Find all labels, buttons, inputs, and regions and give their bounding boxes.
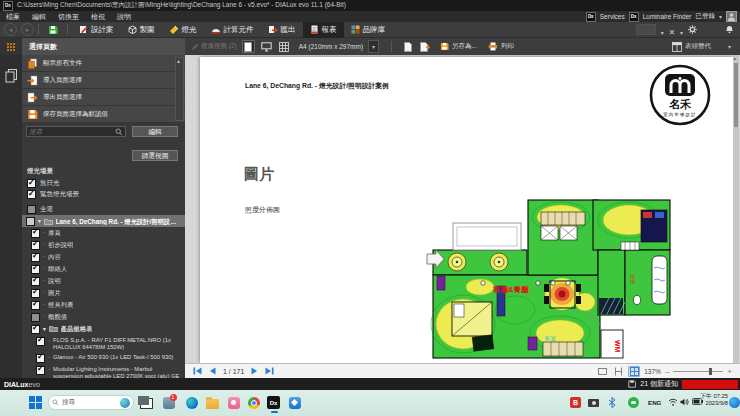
menu-file[interactable]: 檔案 xyxy=(0,12,26,22)
table-view-button[interactable] xyxy=(278,40,291,53)
scene-no-daylight[interactable]: 無日光 xyxy=(22,178,185,189)
export-page-selection-button[interactable]: 導出頁面選擇 xyxy=(22,89,185,106)
services-link[interactable]: Services xyxy=(600,13,625,20)
menu-switch-to[interactable]: 切換至 xyxy=(52,12,85,22)
checkbox-checked[interactable] xyxy=(31,325,40,334)
zoom-in-icon[interactable] xyxy=(727,367,732,376)
notification-center-button[interactable] xyxy=(729,397,740,408)
tree-item-product[interactable]: ·Glamox - Air 500 930 (1x LED Task-I 500… xyxy=(22,352,185,364)
fit-height-button[interactable] xyxy=(612,366,624,377)
tree-item[interactable]: ·扉頁 xyxy=(22,227,185,239)
tab-construction[interactable]: 製圖 xyxy=(121,22,162,38)
tab-documentation[interactable]: 報表 xyxy=(303,22,344,38)
report-pages-icon[interactable] xyxy=(5,69,18,83)
checkbox-checked[interactable] xyxy=(27,179,36,188)
dialux-taskbar-button[interactable]: Dx xyxy=(266,395,281,410)
checkbox-checked[interactable] xyxy=(27,190,36,199)
checkbox-checked[interactable] xyxy=(31,253,40,262)
fit-width-button[interactable] xyxy=(596,366,608,377)
save-button[interactable] xyxy=(43,22,63,38)
tray-volume[interactable] xyxy=(680,398,689,406)
dropdown-caret-icon[interactable] xyxy=(680,21,683,39)
snipping-tool-button[interactable] xyxy=(226,395,241,410)
tab-export[interactable]: 匯出 xyxy=(261,22,303,38)
tab-project[interactable]: 設計案 xyxy=(72,22,121,38)
scene-emergency[interactable]: 緊急燈光場景 xyxy=(22,189,185,200)
language-indicator[interactable]: ENG xyxy=(648,399,661,406)
tree-item-product[interactable]: ·FLOS S.p.A. - RAY F1 DIFF.METAL.NRO (1x… xyxy=(22,335,185,352)
zoom-level[interactable]: 137% xyxy=(644,368,661,375)
checkbox-checked[interactable] xyxy=(36,354,45,363)
collapse-icon[interactable] xyxy=(43,325,46,333)
next-page-icon[interactable] xyxy=(251,367,258,375)
luminaire-finder-link[interactable]: Luminaire Finder xyxy=(643,13,692,20)
previous-page-icon[interactable] xyxy=(209,367,216,375)
vertical-scrollbar[interactable] xyxy=(733,55,739,363)
menu-help[interactable]: 說明 xyxy=(111,12,137,22)
tray-wifi[interactable] xyxy=(668,398,678,406)
tree-item[interactable]: ·聯絡人 xyxy=(22,263,185,275)
checkbox-partial[interactable] xyxy=(26,217,35,226)
print-button[interactable]: 列印 xyxy=(485,40,517,53)
dropdown-caret-icon[interactable] xyxy=(661,21,664,39)
edge-button[interactable] xyxy=(184,395,199,410)
start-button[interactable] xyxy=(28,395,43,410)
edit-button[interactable]: 編輯 xyxy=(132,126,178,137)
checkbox-checked[interactable] xyxy=(31,241,40,250)
bell-icon[interactable] xyxy=(725,25,734,34)
save-page-selection-default-button[interactable]: 保存頁面選擇為默認值 xyxy=(22,106,185,123)
tree-item[interactable]: ·燈具列表 xyxy=(22,299,185,311)
document-viewport[interactable]: Lane 6, DeChang Rd. - 燈光設計/照明設計案例 名禾 室內裝… xyxy=(185,55,740,363)
forward-button[interactable]: ► xyxy=(21,23,34,36)
checkbox-checked[interactable] xyxy=(36,337,45,346)
search-input[interactable] xyxy=(27,128,115,135)
taskbar-search-box[interactable]: 搜尋 xyxy=(48,395,134,410)
checkbox-partial[interactable] xyxy=(27,205,36,214)
search-box[interactable] xyxy=(26,126,126,137)
widgets-button[interactable]: 1 xyxy=(161,395,176,410)
checkbox-checked[interactable] xyxy=(31,265,40,274)
tray-camera[interactable] xyxy=(588,397,599,407)
tray-app-b[interactable] xyxy=(570,397,581,408)
page-indicator[interactable]: 1 / 171 xyxy=(223,368,244,375)
checkbox-checked[interactable] xyxy=(31,289,40,298)
pages-tool-active[interactable] xyxy=(0,38,22,55)
paper-format-caret-icon[interactable] xyxy=(368,40,379,53)
tree-item[interactable]: ·初步說明 xyxy=(22,239,185,251)
file-explorer-button[interactable] xyxy=(205,395,220,410)
menu-view[interactable]: 檢視 xyxy=(85,12,111,22)
notification-count[interactable]: 21 個新通知 xyxy=(640,379,678,389)
tray-messenger[interactable] xyxy=(628,397,639,408)
login-caret-icon[interactable] xyxy=(719,13,722,20)
back-button[interactable]: ◄ xyxy=(4,23,17,36)
task-view-button[interactable] xyxy=(139,395,154,410)
new-page-button[interactable] xyxy=(401,40,414,53)
duplicate-page-button[interactable] xyxy=(419,40,432,53)
zoom-out-icon[interactable] xyxy=(665,367,669,376)
select-all-row[interactable]: 全選 xyxy=(22,200,185,215)
tab-manufacturers[interactable]: 品牌庫 xyxy=(344,22,393,38)
last-page-icon[interactable] xyxy=(265,367,274,375)
paper-format-select[interactable]: A4 (210mm x 297mm) xyxy=(296,40,382,53)
checkbox-checked[interactable] xyxy=(31,277,40,286)
tab-calculation-objects[interactable]: 計算元件 xyxy=(204,22,261,38)
filter-view-button[interactable]: 篩選視圖 xyxy=(132,150,178,161)
import-page-selection-button[interactable]: 導入頁面選擇 xyxy=(22,72,185,89)
tree-item[interactable]: ·概觀值 xyxy=(22,311,185,323)
tree-item-product[interactable]: ·Modular Lighting Instruments - Marbul s… xyxy=(22,364,185,378)
checkbox-checked[interactable] xyxy=(31,301,40,310)
photos-button[interactable] xyxy=(287,395,302,410)
checkbox-checked[interactable] xyxy=(31,229,40,238)
tree-item[interactable]: ·說明 xyxy=(22,275,185,287)
checkbox-partial[interactable] xyxy=(31,313,40,322)
chrome-button[interactable] xyxy=(246,395,261,410)
page-view-button[interactable] xyxy=(242,40,255,53)
layout-alternative-caret-icon[interactable] xyxy=(728,43,731,50)
collapse-icon[interactable] xyxy=(38,217,41,225)
close-view-icon[interactable] xyxy=(669,21,675,39)
layout-alternative-select[interactable]: 表頭替代 xyxy=(669,40,734,53)
sidebar-scrollbar[interactable] xyxy=(175,57,184,121)
tray-bluetooth[interactable] xyxy=(608,397,616,408)
tree-root-row[interactable]: Lane 6, DeChang Rd. - 燈光設計/照明設計案例 xyxy=(22,215,185,227)
first-page-icon[interactable] xyxy=(193,367,202,375)
